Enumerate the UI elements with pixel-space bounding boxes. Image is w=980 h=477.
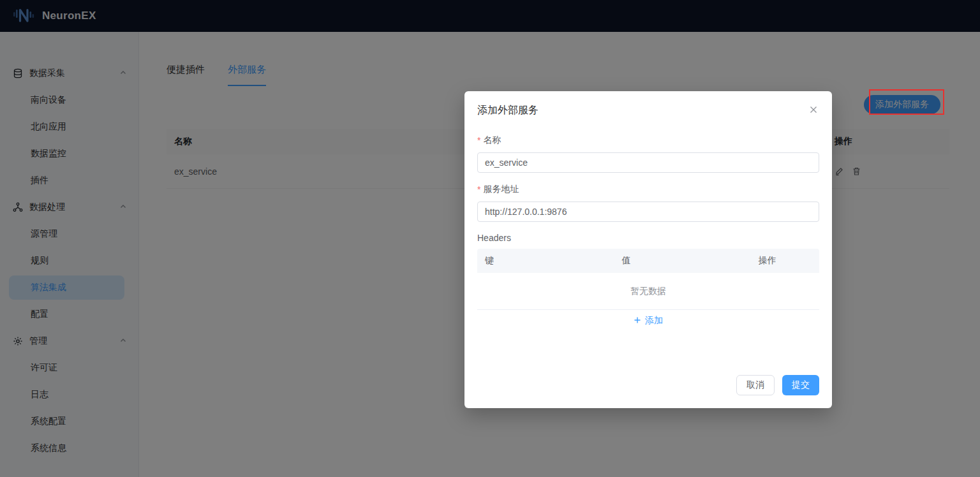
dialog-header: 添加外部服务 <box>477 104 819 117</box>
name-input[interactable] <box>477 152 819 173</box>
plus-icon <box>634 316 641 326</box>
name-field-label: * 名称 <box>477 135 819 146</box>
headers-empty-state: 暂无数据 <box>477 273 819 310</box>
column-key: 键 <box>477 255 614 267</box>
address-field-label: * 服务地址 <box>477 184 819 195</box>
required-asterisk: * <box>477 184 480 194</box>
add-header-label: 添加 <box>645 315 663 327</box>
headers-table: 键 值 操作 暂无数据 添加 <box>477 249 819 332</box>
headers-section-label: Headers <box>477 233 819 243</box>
column-actions: 操作 <box>751 255 819 267</box>
close-icon[interactable] <box>808 104 819 115</box>
field-label-text: 服务地址 <box>483 184 519 195</box>
cancel-button[interactable]: 取消 <box>736 375 775 395</box>
field-label-text: 名称 <box>483 135 501 146</box>
headers-table-header: 键 值 操作 <box>477 249 819 273</box>
field-label-text: Headers <box>477 233 511 243</box>
add-external-service-dialog: 添加外部服务 * 名称 * 服务地址 Headers 键 值 操作 暂无数据 添… <box>464 91 832 408</box>
add-header-row-button[interactable]: 添加 <box>477 310 819 332</box>
required-asterisk: * <box>477 135 480 145</box>
column-value: 值 <box>614 255 750 267</box>
dialog-footer: 取消 提交 <box>477 375 819 395</box>
service-address-input[interactable] <box>477 202 819 222</box>
dialog-title: 添加外部服务 <box>477 104 538 117</box>
submit-button[interactable]: 提交 <box>782 375 819 395</box>
